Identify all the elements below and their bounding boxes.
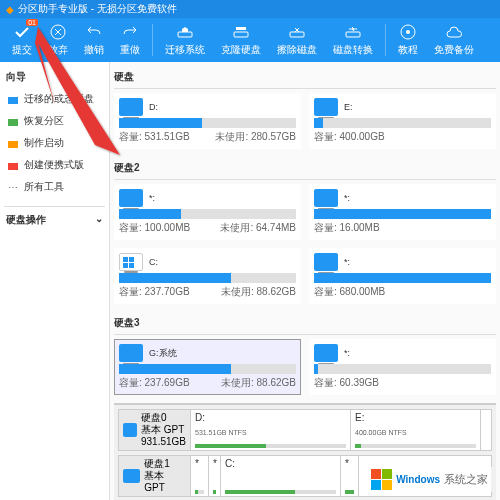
sidebar-item[interactable]: 恢复分区 — [4, 110, 105, 132]
capacity: 容量: 16.00MB — [314, 221, 380, 235]
toolbar: 01 提交 放弃 撤销 重做 迁移系统 克隆硬盘 擦除磁盘 磁盘转换 教程 免费… — [0, 18, 500, 62]
partition[interactable]: E:容量: 400.00GB — [309, 93, 496, 149]
sidebar-label: 所有工具 — [24, 180, 64, 194]
capacity: 容量: 100.00MB — [119, 221, 190, 235]
badge: 01 — [26, 19, 38, 26]
backup-button[interactable]: 免费备份 — [426, 21, 482, 59]
partition-name: E: — [344, 102, 353, 112]
partition[interactable]: *:容量: 100.00MB未使用: 64.74MB — [114, 184, 301, 240]
disk-partition[interactable]: C: — [221, 456, 341, 496]
sidebar-item[interactable]: 创建便携式版 — [4, 154, 105, 176]
disk-partition[interactable]: * — [209, 456, 221, 496]
disk-label: 硬盘3 — [114, 312, 496, 335]
sidebar-label: 迁移的或态硬盘 — [24, 92, 94, 106]
usage-bar — [119, 209, 296, 219]
redo-button[interactable]: 重做 — [112, 21, 148, 59]
chevron-icon[interactable]: ⌄ — [95, 213, 103, 227]
svg-rect-10 — [8, 141, 18, 148]
redo-icon — [121, 23, 139, 41]
backup-icon — [445, 23, 463, 41]
tutorial-button[interactable]: 教程 — [390, 21, 426, 59]
partition[interactable]: D:容量: 531.51GB未使用: 280.57GB — [114, 93, 301, 149]
disk-icon — [123, 469, 140, 483]
usage-bar — [119, 273, 296, 283]
sidebar-icon: ⋯ — [6, 180, 20, 194]
capacity: 容量: 531.51GB — [119, 130, 190, 144]
disk-partition[interactable]: D:531.51GB NTFS — [191, 410, 351, 450]
capacity: 容量: 237.70GB — [119, 285, 190, 299]
partition-name: D: — [149, 102, 158, 112]
capacity: 容量: 237.69GB — [119, 376, 190, 390]
separator — [385, 24, 386, 56]
disk-label: 硬盘2 — [114, 157, 496, 180]
usage-bar — [314, 364, 491, 374]
partition[interactable]: C:容量: 237.70GB未使用: 88.62GB — [114, 248, 301, 304]
sidebar-label: 制作启动 — [24, 136, 64, 150]
discard-button[interactable]: 放弃 — [40, 21, 76, 59]
wipe-icon — [288, 23, 306, 41]
partition-name: *: — [344, 257, 350, 267]
sidebar-item[interactable]: 迁移的或态硬盘 — [4, 88, 105, 110]
sidebar-label: 恢复分区 — [24, 114, 64, 128]
titlebar: ◆ 分区助手专业版 - 无损分区免费软件 — [0, 0, 500, 18]
svg-rect-11 — [8, 163, 18, 170]
undo-button[interactable]: 撤销 — [76, 21, 112, 59]
drive-icon — [119, 253, 143, 271]
sidebar-header: 向导 — [4, 66, 105, 88]
partition[interactable]: *:容量: 16.00MB — [309, 184, 496, 240]
partition[interactable]: G:系统容量: 237.69GB未使用: 88.62GB — [114, 339, 301, 395]
partition-name: C: — [149, 257, 158, 267]
usage-bar — [119, 364, 296, 374]
migrate-button[interactable]: 迁移系统 — [157, 21, 213, 59]
drive-icon — [314, 344, 338, 362]
window-title: 分区助手专业版 - 无损分区免费软件 — [18, 2, 177, 16]
svg-rect-8 — [8, 97, 18, 104]
sidebar-section: 硬盘操作 ⌄ — [4, 206, 105, 231]
separator — [152, 24, 153, 56]
svg-rect-5 — [346, 32, 360, 37]
svg-point-7 — [406, 30, 410, 34]
app-icon: ◆ — [6, 4, 14, 15]
partition[interactable]: *:容量: 60.39GB — [309, 339, 496, 395]
windows-logo-icon — [371, 469, 392, 490]
tutorial-icon — [399, 23, 417, 41]
disk-partition[interactable]: * — [191, 456, 209, 496]
disk-header: 硬盘0基本 GPT931.51GB — [119, 410, 191, 450]
sidebar-icon — [6, 136, 20, 150]
usage-bar — [119, 118, 296, 128]
svg-rect-3 — [236, 27, 246, 30]
undo-icon — [85, 23, 103, 41]
drive-icon — [119, 344, 143, 362]
drive-icon — [314, 253, 338, 271]
convert-button[interactable]: 磁盘转换 — [325, 21, 381, 59]
submit-button[interactable]: 01 提交 — [4, 21, 40, 59]
disk-row[interactable]: 硬盘0基本 GPT931.51GBD:531.51GB NTFSE:400.00… — [118, 409, 492, 451]
usage-bar — [314, 118, 491, 128]
disk-icon — [123, 423, 137, 437]
sidebar-icon — [6, 158, 20, 172]
wipe-button[interactable]: 擦除磁盘 — [269, 21, 325, 59]
sidebar-icon — [6, 114, 20, 128]
partition[interactable]: *:容量: 680.00MB — [309, 248, 496, 304]
svg-rect-13 — [129, 257, 134, 262]
drive-icon — [314, 98, 338, 116]
sidebar: 向导 迁移的或态硬盘恢复分区制作启动创建便携式版⋯所有工具 硬盘操作 ⌄ — [0, 62, 110, 500]
clone-button[interactable]: 克隆硬盘 — [213, 21, 269, 59]
partition-name: G:系统 — [149, 347, 177, 360]
close-icon — [49, 23, 67, 41]
svg-rect-15 — [129, 263, 134, 268]
sidebar-label: 创建便携式版 — [24, 158, 84, 172]
disk-partition[interactable]: * — [341, 456, 359, 496]
disk-partition[interactable]: E:400.00GB NTFS — [351, 410, 481, 450]
capacity: 容量: 60.39GB — [314, 376, 379, 390]
svg-rect-1 — [178, 32, 192, 37]
sidebar-item[interactable]: 制作启动 — [4, 132, 105, 154]
svg-rect-2 — [234, 32, 248, 37]
sidebar-icon — [6, 92, 20, 106]
main-panel: 硬盘D:容量: 531.51GB未使用: 280.57GBE:容量: 400.0… — [110, 62, 500, 500]
svg-rect-14 — [123, 263, 128, 268]
sidebar-item[interactable]: ⋯所有工具 — [4, 176, 105, 198]
svg-rect-12 — [123, 257, 128, 262]
capacity: 容量: 400.00GB — [314, 130, 385, 144]
partition-name: *: — [344, 348, 350, 358]
